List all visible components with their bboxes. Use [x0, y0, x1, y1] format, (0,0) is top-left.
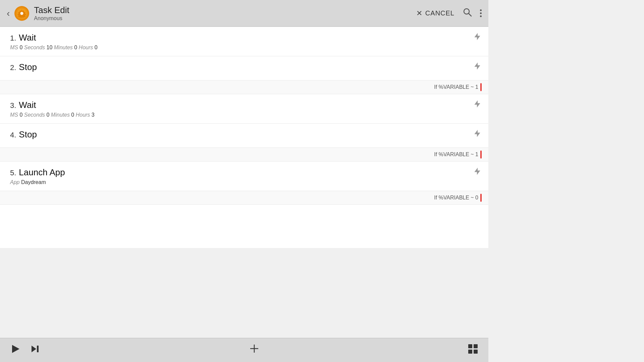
task-2-condition-text: If %VARIABLE ~ 1 — [434, 84, 478, 90]
task-item-1[interactable]: 1. Wait MS 0 Seconds 10 Minutes 0 Hours … — [0, 27, 488, 56]
task-5-condition: If %VARIABLE ~ 0 — [0, 191, 488, 205]
svg-marker-8 — [474, 168, 480, 175]
task-3-title-group: 3. Wait — [10, 100, 36, 110]
task-1-title: Wait — [19, 33, 36, 43]
task-1-lightning-icon[interactable] — [473, 32, 482, 43]
empty-area — [0, 205, 488, 232]
header-title-group: Task Edit Anonymous — [34, 5, 69, 21]
header-left: ‹ Task Edit Anonymous — [7, 5, 416, 21]
task-3-lightning-icon[interactable] — [473, 100, 482, 111]
svg-marker-4 — [474, 33, 480, 40]
task-2-title: Stop — [19, 62, 37, 72]
task-1-number: 1. — [10, 34, 16, 43]
task-4-condition-text: If %VARIABLE ~ 1 — [434, 152, 478, 158]
header-actions: ✕ CANCEL — [416, 7, 482, 19]
task-item-4[interactable]: 4. Stop — [0, 124, 488, 148]
page-title: Task Edit — [34, 5, 69, 15]
task-3-number: 3. — [10, 101, 16, 110]
svg-marker-5 — [474, 62, 480, 70]
task-2-title-group: 2. Stop — [10, 62, 37, 72]
svg-line-3 — [469, 13, 471, 16]
task-item-3[interactable]: 3. Wait MS 0 Seconds 0 Minutes 0 Hours 3 — [0, 94, 488, 124]
task-4-condition: If %VARIABLE ~ 1 — [0, 148, 488, 162]
task-4-number: 4. — [10, 131, 16, 139]
task-icon — [14, 6, 29, 21]
task-2-number: 2. — [10, 63, 16, 72]
task-4-condition-bar — [480, 150, 482, 159]
task-1-title-group: 1. Wait — [10, 33, 36, 43]
task-item-5[interactable]: 5. Launch App App Daydream — [0, 162, 488, 191]
svg-point-1 — [20, 12, 23, 15]
gear-icon — [17, 9, 26, 18]
task-3-title: Wait — [19, 100, 36, 110]
task-4-lightning-icon[interactable] — [473, 129, 482, 140]
task-2-condition-bar — [480, 83, 482, 91]
back-button[interactable]: ‹ — [7, 9, 10, 18]
task-5-condition-text: If %VARIABLE ~ 0 — [434, 195, 478, 201]
task-5-detail: App Daydream — [10, 179, 482, 185]
more-options-icon[interactable] — [480, 9, 482, 17]
task-2-lightning-icon[interactable] — [473, 62, 482, 73]
task-5-lightning-icon[interactable] — [473, 167, 482, 178]
task-5-title: Launch App — [19, 167, 65, 178]
task-5-title-group: 5. Launch App — [10, 167, 65, 178]
task-1-detail: MS 0 Seconds 10 Minutes 0 Hours 0 — [10, 45, 482, 51]
svg-marker-6 — [474, 100, 480, 108]
search-icon[interactable] — [463, 7, 472, 19]
cancel-label: CANCEL — [425, 9, 454, 17]
svg-marker-7 — [474, 130, 480, 137]
task-3-detail: MS 0 Seconds 0 Minutes 0 Hours 3 — [10, 112, 482, 118]
task-4-title: Stop — [19, 129, 37, 140]
cancel-button[interactable]: ✕ CANCEL — [416, 9, 454, 18]
task-5-condition-bar — [480, 194, 482, 202]
task-2-condition: If %VARIABLE ~ 1 — [0, 80, 488, 94]
close-icon: ✕ — [416, 9, 423, 18]
task-4-title-group: 4. Stop — [10, 129, 37, 140]
task-item-2[interactable]: 2. Stop — [0, 56, 488, 80]
task-list: 1. Wait MS 0 Seconds 10 Minutes 0 Hours … — [0, 27, 488, 248]
header: ‹ Task Edit Anonymous ✕ CANCEL — [0, 0, 488, 27]
page-subtitle: Anonymous — [34, 15, 69, 21]
task-5-number: 5. — [10, 169, 16, 177]
